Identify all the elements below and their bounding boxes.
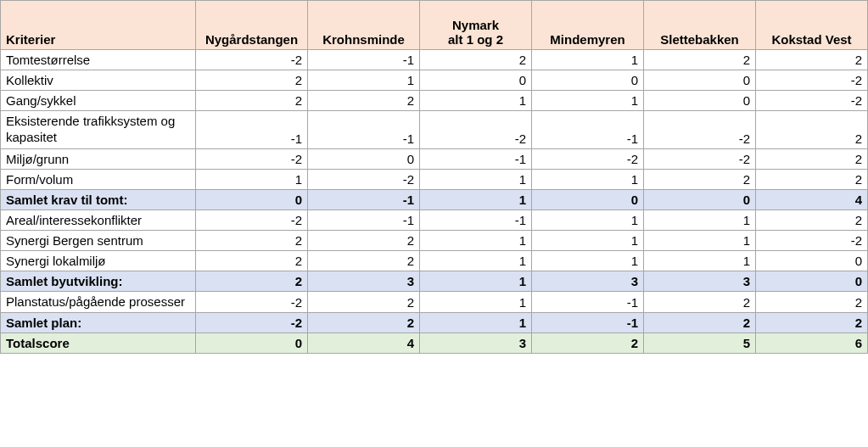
cell-value: 1	[420, 271, 532, 291]
cell-value: 0	[196, 189, 308, 210]
cell-value: 1	[420, 91, 532, 111]
row-label: Planstatus/pågående prosesser	[1, 291, 196, 313]
header-col-1: Krohnsminde	[308, 1, 420, 50]
cell-value: 3	[308, 271, 420, 291]
cell-value: 1	[644, 250, 756, 271]
cell-value: -2	[644, 148, 756, 169]
cell-value: 1	[644, 210, 756, 230]
table-row: Totalscore043256	[1, 333, 868, 354]
table-body: Tomtestørrelse-2-12122Kollektiv21000-2Ga…	[1, 50, 868, 354]
cell-value: 2	[308, 291, 420, 313]
cell-value: 1	[196, 169, 308, 189]
cell-value: 0	[756, 250, 868, 271]
cell-value: 2	[420, 50, 532, 70]
row-label: Tomtestørrelse	[1, 50, 196, 70]
cell-value: 2	[196, 250, 308, 271]
row-label: Eksisterende trafikksystem og kapasitet	[1, 111, 196, 149]
table-row: Miljø/grunn-20-1-2-22	[1, 148, 868, 169]
header-col-0: Nygårdstangen	[196, 1, 308, 50]
cell-value: 1	[532, 210, 644, 230]
row-label: Form/volum	[1, 169, 196, 189]
cell-value: 0	[532, 189, 644, 210]
cell-value: 1	[532, 50, 644, 70]
cell-value: 2	[644, 50, 756, 70]
cell-value: -2	[532, 148, 644, 169]
cell-value: 4	[308, 333, 420, 354]
cell-value: 2	[756, 291, 868, 313]
cell-value: -1	[532, 111, 644, 149]
cell-value: 2	[644, 313, 756, 333]
row-label: Totalscore	[1, 333, 196, 354]
table-row: Gang/sykkel22110-2	[1, 91, 868, 111]
cell-value: -2	[196, 291, 308, 313]
cell-value: 2	[308, 91, 420, 111]
row-label: Synergi lokalmiljø	[1, 250, 196, 271]
cell-value: -2	[420, 111, 532, 149]
header-kriterier: Kriterier	[1, 1, 196, 50]
row-label: Areal/interessekonflikter	[1, 210, 196, 230]
criteria-table: Kriterier Nygårdstangen Krohnsminde Nyma…	[0, 0, 868, 354]
cell-value: 1	[420, 189, 532, 210]
cell-value: 1	[420, 313, 532, 333]
cell-value: -2	[196, 50, 308, 70]
cell-value: 1	[308, 70, 420, 91]
table-row: Samlet plan:-221-122	[1, 313, 868, 333]
cell-value: 1	[420, 169, 532, 189]
cell-value: 1	[420, 230, 532, 250]
cell-value: 3	[644, 271, 756, 291]
cell-value: -1	[532, 313, 644, 333]
cell-value: 2	[196, 271, 308, 291]
cell-value: 3	[420, 333, 532, 354]
cell-value: 2	[308, 313, 420, 333]
table-row: Areal/interessekonflikter-2-1-1112	[1, 210, 868, 230]
row-label: Samlet byutvikling:	[1, 271, 196, 291]
cell-value: -2	[756, 70, 868, 91]
cell-value: -2	[756, 230, 868, 250]
cell-value: 0	[308, 148, 420, 169]
cell-value: 1	[644, 230, 756, 250]
cell-value: 2	[308, 230, 420, 250]
cell-value: 2	[756, 210, 868, 230]
cell-value: 2	[644, 291, 756, 313]
cell-value: -1	[420, 148, 532, 169]
header-col-5: Kokstad Vest	[756, 1, 868, 50]
cell-value: 0	[644, 70, 756, 91]
cell-value: 1	[532, 91, 644, 111]
row-label: Miljø/grunn	[1, 148, 196, 169]
cell-value: 2	[196, 91, 308, 111]
row-label: Gang/sykkel	[1, 91, 196, 111]
cell-value: 6	[756, 333, 868, 354]
cell-value: -1	[420, 210, 532, 230]
cell-value: -2	[196, 313, 308, 333]
header-col-3: Mindemyren	[532, 1, 644, 50]
cell-value: 0	[644, 189, 756, 210]
cell-value: 2	[196, 230, 308, 250]
table-row: Synergi Bergen sentrum22111-2	[1, 230, 868, 250]
row-label: Samlet krav til tomt:	[1, 189, 196, 210]
row-label: Synergi Bergen sentrum	[1, 230, 196, 250]
cell-value: 3	[532, 271, 644, 291]
cell-value: 2	[756, 148, 868, 169]
cell-value: 1	[420, 291, 532, 313]
cell-value: 2	[756, 50, 868, 70]
table-row: Kollektiv21000-2	[1, 70, 868, 91]
cell-value: -1	[532, 291, 644, 313]
cell-value: 0	[196, 333, 308, 354]
cell-value: 2	[756, 313, 868, 333]
cell-value: -2	[196, 210, 308, 230]
header-col-2: Nymark alt 1 og 2	[420, 1, 532, 50]
cell-value: 5	[644, 333, 756, 354]
row-label: Samlet plan:	[1, 313, 196, 333]
cell-value: 2	[308, 250, 420, 271]
cell-value: 2	[644, 169, 756, 189]
cell-value: 2	[532, 333, 644, 354]
cell-value: 1	[532, 169, 644, 189]
table-header: Kriterier Nygårdstangen Krohnsminde Nyma…	[1, 1, 868, 50]
cell-value: 0	[644, 91, 756, 111]
table-row: Eksisterende trafikksystem og kapasitet-…	[1, 111, 868, 149]
cell-value: -2	[196, 148, 308, 169]
cell-value: 0	[756, 271, 868, 291]
row-label: Kollektiv	[1, 70, 196, 91]
cell-value: -1	[308, 50, 420, 70]
cell-value: -1	[196, 111, 308, 149]
